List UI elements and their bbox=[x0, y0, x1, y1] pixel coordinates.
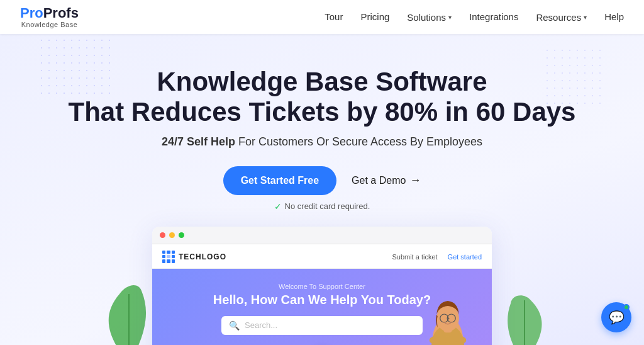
get-started-button[interactable]: Get Started Free bbox=[223, 166, 336, 195]
search-placeholder: Search... bbox=[245, 320, 277, 330]
dots-decoration-left bbox=[38, 34, 113, 97]
nav-link-resources[interactable]: Resources ▾ bbox=[536, 12, 587, 23]
dots-decoration-right bbox=[543, 47, 606, 110]
navbar: ProProfs Knowledge Base Tour Pricing Sol… bbox=[0, 0, 644, 34]
tech-logo: TECHLOGO bbox=[162, 251, 226, 263]
browser-top-bar: TECHLOGO Submit a ticket Get started bbox=[152, 244, 492, 269]
browser-dot-red bbox=[160, 232, 165, 238]
chat-icon: 💬 bbox=[609, 310, 625, 325]
submit-ticket-link[interactable]: Submit a ticket bbox=[392, 253, 437, 261]
browser-mockup: TECHLOGO Submit a ticket Get started Wel… bbox=[152, 227, 492, 345]
browser-dot-yellow bbox=[169, 232, 175, 238]
logo-text: ProProfs bbox=[20, 6, 79, 21]
chat-online-dot bbox=[623, 304, 630, 310]
leaf-decoration-left bbox=[107, 281, 151, 345]
arrow-icon: → bbox=[409, 174, 421, 187]
search-icon: 🔍 bbox=[229, 320, 240, 331]
person-illustration bbox=[416, 281, 479, 345]
nav-item-integrations[interactable]: Integrations bbox=[469, 11, 518, 23]
nav-item-pricing[interactable]: Pricing bbox=[360, 11, 389, 23]
nav-links: Tour Pricing Solutions ▾ Integrations Re… bbox=[325, 11, 624, 23]
nav-item-solutions[interactable]: Solutions ▾ bbox=[407, 12, 452, 23]
cta-row: Get Started Free Get a Demo → bbox=[13, 166, 631, 195]
get-started-link[interactable]: Get started bbox=[448, 253, 482, 261]
no-cc-label: ✓ No credit card required. bbox=[13, 201, 631, 212]
logo-pro: Pro bbox=[20, 5, 43, 21]
tech-logo-grid bbox=[162, 251, 175, 263]
tech-logo-text: TECHLOGO bbox=[179, 252, 226, 261]
browser-nav-links: Submit a ticket Get started bbox=[392, 253, 482, 261]
nav-item-tour[interactable]: Tour bbox=[325, 11, 343, 23]
preview-area: TECHLOGO Submit a ticket Get started Wel… bbox=[13, 227, 631, 345]
nav-link-tour[interactable]: Tour bbox=[325, 11, 343, 22]
check-icon: ✓ bbox=[274, 201, 282, 212]
nav-link-pricing[interactable]: Pricing bbox=[360, 11, 389, 22]
chevron-down-icon: ▾ bbox=[584, 14, 587, 21]
leaf-decoration-right bbox=[506, 294, 543, 345]
chat-widget[interactable]: 💬 bbox=[601, 302, 631, 332]
nav-item-resources[interactable]: Resources ▾ bbox=[536, 12, 587, 23]
logo-subtitle: Knowledge Base bbox=[20, 21, 79, 28]
logo-profs: Profs bbox=[43, 5, 79, 21]
nav-link-integrations[interactable]: Integrations bbox=[469, 11, 518, 22]
get-demo-button[interactable]: Get a Demo → bbox=[352, 174, 421, 187]
hero-subtitle: 24/7 Self Help For Customers Or Secure A… bbox=[13, 135, 631, 149]
nav-link-solutions[interactable]: Solutions ▾ bbox=[407, 12, 452, 23]
sc-search-bar[interactable]: 🔍 Search... bbox=[221, 316, 423, 335]
nav-item-help[interactable]: Help bbox=[604, 11, 624, 23]
support-center-hero: Welcome To Support Center Hello, How Can… bbox=[152, 269, 492, 345]
browser-bar bbox=[152, 227, 492, 244]
browser-dot-green bbox=[179, 232, 184, 238]
hero-section: Knowledge Base Software That Reduces Tic… bbox=[0, 34, 644, 345]
logo[interactable]: ProProfs Knowledge Base bbox=[20, 6, 79, 28]
chevron-down-icon: ▾ bbox=[448, 14, 452, 21]
nav-link-help[interactable]: Help bbox=[604, 11, 624, 22]
